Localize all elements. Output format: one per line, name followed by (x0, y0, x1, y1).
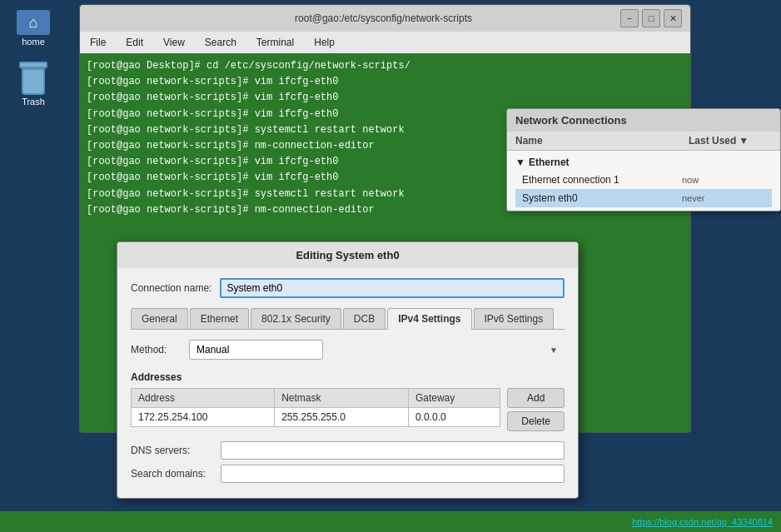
cell-address: 172.25.254.100 (132, 408, 275, 427)
method-select[interactable]: Automatic (DHCP)ManualLink-Local OnlySha… (189, 340, 323, 360)
terminal-controls: − □ ✕ (620, 9, 682, 27)
menu-search[interactable]: Search (201, 35, 240, 50)
add-button[interactable]: Add (507, 388, 565, 408)
tab-ethernet[interactable]: Ethernet (190, 308, 249, 329)
watermark-bar: https://blog.csdn.net/qq_43340814 (0, 511, 781, 532)
delete-button[interactable]: Delete (507, 411, 565, 431)
sidebar: ⌂ home Trash (0, 0, 67, 532)
eth-conn-1-name: Ethernet connection 1 (522, 174, 682, 186)
method-row: Method: Automatic (DHCP)ManualLink-Local… (131, 340, 565, 360)
menu-help[interactable]: Help (311, 35, 338, 50)
column-last-used-header: Last Used ▼ (689, 135, 772, 147)
sidebar-item-home[interactable]: ⌂ home (4, 7, 62, 50)
cell-netmask: 255.255.255.0 (275, 408, 409, 427)
dns-input[interactable] (221, 441, 565, 460)
terminal-titlebar: root@gao:/etc/sysconfig/network-scripts … (80, 5, 690, 32)
network-row-system-eth0[interactable]: System eth0 never (515, 189, 772, 207)
trash-label: Trash (22, 97, 45, 107)
connection-name-input[interactable] (220, 278, 565, 298)
edit-dialog-body: Connection name: General Ethernet 802.1x… (117, 268, 578, 498)
ethernet-section-header: ▼ Ethernet (515, 154, 772, 171)
tab-dcb[interactable]: DCB (343, 308, 386, 329)
network-connections-title: Network Connections (507, 109, 780, 132)
cell-gateway: 0.0.0.0 (408, 408, 500, 427)
sidebar-item-trash[interactable]: Trash (4, 58, 62, 110)
sort-icon: ▼ (739, 135, 749, 147)
network-row-eth-connection-1[interactable]: Ethernet connection 1 now (515, 171, 772, 189)
terminal-line: [root@gao network-scripts]# vim ifcfg-et… (87, 74, 684, 90)
connection-name-row: Connection name: (131, 278, 565, 298)
search-domains-label: Search domains: (131, 468, 214, 480)
col-header-gateway: Gateway (408, 389, 500, 408)
method-select-wrapper: Automatic (DHCP)ManualLink-Local OnlySha… (189, 340, 565, 360)
network-connections-panel: Network Connections Name Last Used ▼ ▼ E… (506, 108, 781, 211)
home-label: home (22, 37, 45, 47)
col-header-address: Address (132, 389, 275, 408)
trash-icon (18, 62, 48, 95)
addresses-table: Address Netmask Gateway 172.25.254.100 2… (131, 388, 500, 427)
dns-label: DNS servers: (131, 445, 214, 456)
search-domains-input[interactable] (221, 465, 565, 483)
menu-terminal[interactable]: Terminal (253, 35, 297, 50)
connection-name-label: Connection name: (131, 282, 211, 294)
tabs-row: General Ethernet 802.1x Security DCB IPv… (131, 308, 565, 330)
terminal-title: root@gao:/etc/sysconfig/network-scripts (147, 12, 620, 24)
dns-row: DNS servers: (131, 441, 565, 460)
tab-ipv4-settings[interactable]: IPv4 Settings (387, 308, 471, 330)
search-domains-row: Search domains: (131, 465, 565, 483)
ethernet-section-label: Ethernet (529, 157, 570, 168)
method-label: Method: (131, 344, 181, 355)
addresses-table-wrapper: Address Netmask Gateway 172.25.254.100 2… (131, 388, 565, 431)
watermark-url: https://blog.csdn.net/qq_43340814 (632, 517, 773, 527)
minimize-button[interactable]: − (620, 9, 639, 27)
system-eth0-name: System eth0 (522, 192, 682, 204)
menu-view[interactable]: View (160, 35, 188, 50)
ethernet-section: ▼ Ethernet Ethernet connection 1 now Sys… (507, 151, 780, 211)
addresses-section: Addresses Address Netmask Gateway 172.25… (131, 371, 565, 431)
menu-file[interactable]: File (87, 35, 109, 50)
network-table-header: Name Last Used ▼ (507, 132, 780, 151)
table-row[interactable]: 172.25.254.100 255.255.255.0 0.0.0.0 (132, 408, 500, 427)
edit-dialog: Editing System eth0 Connection name: Gen… (117, 241, 579, 499)
system-eth0-last-used: never (682, 193, 765, 203)
eth-conn-1-last-used: now (682, 175, 765, 185)
terminal-line: [root@gao Desktop]# cd /etc/sysconfig/ne… (87, 58, 684, 74)
ethernet-collapse-icon: ▼ (515, 157, 525, 168)
tab-ipv6-settings[interactable]: IPv6 Settings (474, 308, 555, 329)
column-name-header: Name (515, 135, 689, 147)
edit-dialog-title: Editing System eth0 (117, 242, 578, 268)
addresses-label: Addresses (131, 371, 565, 383)
maximize-button[interactable]: □ (642, 9, 660, 27)
terminal-line: [root@gao network-scripts]# vim ifcfg-et… (87, 90, 684, 106)
tab-general[interactable]: General (131, 308, 188, 329)
terminal-menubar: File Edit View Search Terminal Help (80, 32, 690, 53)
tab-8021x[interactable]: 802.1x Security (251, 308, 341, 329)
home-icon: ⌂ (17, 10, 50, 35)
address-buttons: Add Delete (507, 388, 565, 431)
close-button[interactable]: ✕ (664, 9, 682, 27)
menu-edit[interactable]: Edit (122, 35, 147, 50)
col-header-netmask: Netmask (275, 389, 409, 408)
